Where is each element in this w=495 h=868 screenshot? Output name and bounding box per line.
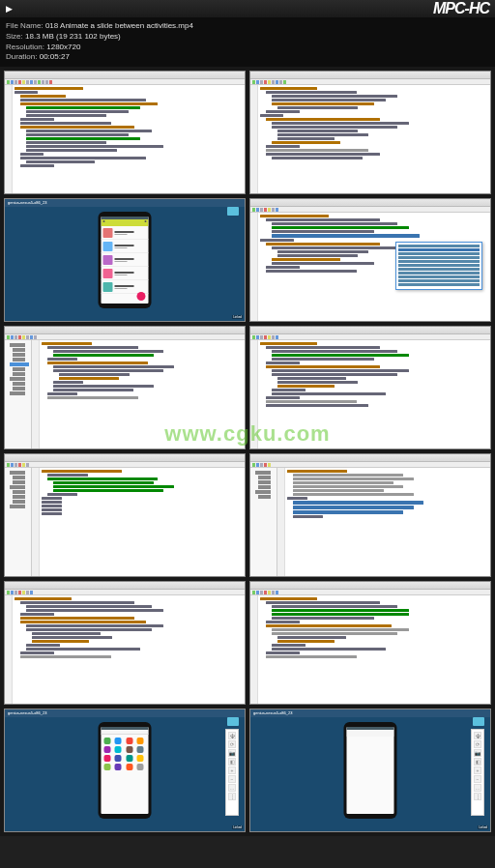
phone-frame bbox=[99, 212, 152, 308]
app-logo: MPC-HC bbox=[433, 0, 489, 17]
app-icon[interactable] bbox=[115, 746, 122, 753]
value-size: 18.3 MB (19 231 102 bytes) bbox=[25, 32, 121, 41]
thumbnail[interactable]: genius-nexus5-x86_23 ⏻⟳📷◧+−…⋮ Linked bbox=[4, 709, 246, 832]
label-duration: Duration: bbox=[6, 52, 37, 61]
app-icon[interactable] bbox=[126, 746, 132, 753]
thumbnail[interactable] bbox=[4, 453, 246, 577]
app-icon[interactable] bbox=[126, 755, 132, 762]
emulator-control-button[interactable]: ⋮ bbox=[474, 793, 481, 800]
emulator-control-button[interactable]: … bbox=[474, 784, 481, 792]
thumbnail[interactable] bbox=[4, 326, 246, 449]
app-bar[interactable] bbox=[102, 219, 149, 226]
emulator-control-button[interactable]: + bbox=[474, 767, 481, 774]
folder-icon bbox=[227, 717, 239, 726]
thumbnail[interactable] bbox=[249, 326, 491, 449]
thumbnail[interactable] bbox=[249, 71, 491, 194]
thumbnail[interactable]: genius-nexus5-x86_23 ⏻⟳📷◧+−…⋮ Linked bbox=[249, 709, 491, 832]
linkedin-tag: Linked bbox=[232, 825, 243, 829]
autocomplete-popup[interactable] bbox=[395, 242, 482, 290]
emulator-control-button[interactable]: ⏻ bbox=[228, 732, 236, 739]
code-editor[interactable] bbox=[250, 85, 490, 193]
device-title: genius-nexus5-x86_23 bbox=[5, 199, 245, 207]
app-icon[interactable] bbox=[115, 755, 122, 762]
app-icon[interactable] bbox=[104, 738, 111, 744]
app-icon[interactable] bbox=[104, 755, 111, 762]
code-editor[interactable] bbox=[5, 85, 245, 193]
code-editor[interactable] bbox=[32, 468, 245, 576]
emulator-side-panel[interactable]: ⏻⟳📷◧+−…⋮ bbox=[225, 729, 239, 816]
emulator-control-button[interactable]: + bbox=[228, 767, 236, 774]
thumbnail-grid: genius-nexus5-x86_23 Linked bbox=[0, 67, 495, 836]
emulator-control-button[interactable]: − bbox=[228, 775, 236, 783]
phone-frame bbox=[99, 722, 152, 819]
player-titlebar[interactable]: ▶ MPC-HC bbox=[0, 0, 495, 17]
phone-screen[interactable] bbox=[347, 727, 394, 814]
app-drawer[interactable] bbox=[102, 735, 149, 773]
linkedin-tag: Linked bbox=[478, 825, 488, 829]
emulator-control-button[interactable]: ⏻ bbox=[474, 732, 481, 739]
code-editor[interactable] bbox=[277, 468, 490, 576]
project-tree[interactable] bbox=[250, 468, 277, 576]
app-icon[interactable] bbox=[136, 755, 143, 762]
device-title: genius-nexus5-x86_23 bbox=[5, 709, 245, 717]
app-icon[interactable] bbox=[115, 738, 122, 744]
folder-icon bbox=[473, 717, 484, 726]
thumbnail[interactable] bbox=[4, 581, 246, 705]
label-filename: File Name: bbox=[6, 21, 44, 30]
file-info-block: File Name: 018 Animate a slide between a… bbox=[0, 17, 495, 67]
app-icon[interactable] bbox=[136, 764, 143, 770]
phone-screen[interactable] bbox=[102, 217, 149, 304]
app-icon[interactable] bbox=[115, 764, 122, 770]
thumbnail[interactable] bbox=[4, 71, 246, 194]
app-icon[interactable] bbox=[104, 746, 111, 753]
emulator-control-button[interactable]: ◧ bbox=[228, 758, 236, 766]
emulator-control-button[interactable]: 📷 bbox=[474, 749, 481, 757]
app-icon[interactable] bbox=[126, 738, 132, 744]
code-editor[interactable] bbox=[5, 595, 245, 704]
code-editor[interactable] bbox=[250, 340, 490, 448]
thumbnail[interactable]: genius-nexus5-x86_23 Linked bbox=[4, 198, 246, 322]
value-resolution: 1280x720 bbox=[46, 43, 80, 51]
device-title: genius-nexus5-x86_23 bbox=[250, 709, 490, 717]
phone-screen[interactable] bbox=[102, 727, 149, 814]
value-duration: 00:05:27 bbox=[40, 52, 70, 61]
emulator-control-button[interactable]: ⟳ bbox=[474, 740, 481, 748]
emulator-control-button[interactable]: 📷 bbox=[228, 749, 236, 757]
project-tree[interactable] bbox=[5, 468, 32, 576]
value-filename: 018 Animate a slide between activities.m… bbox=[45, 21, 193, 30]
emulator-control-button[interactable]: ◧ bbox=[474, 758, 481, 766]
app-icon[interactable] bbox=[104, 764, 111, 770]
thumbnail[interactable] bbox=[249, 581, 491, 705]
emulator-side-panel[interactable]: ⏻⟳📷◧+−…⋮ bbox=[471, 729, 484, 816]
code-editor[interactable] bbox=[250, 213, 490, 321]
thumbnail[interactable] bbox=[249, 198, 491, 322]
code-editor[interactable] bbox=[250, 595, 490, 704]
app-icon: ▶ bbox=[6, 4, 13, 14]
folder-icon bbox=[227, 207, 239, 216]
emulator-control-button[interactable]: … bbox=[228, 784, 236, 792]
emulator-control-button[interactable]: − bbox=[474, 775, 481, 783]
fab-button[interactable] bbox=[137, 292, 146, 301]
thumbnail[interactable] bbox=[249, 453, 491, 577]
label-resolution: Resolution: bbox=[6, 43, 44, 51]
emulator-control-button[interactable]: ⟳ bbox=[228, 740, 236, 748]
phone-frame bbox=[344, 722, 397, 819]
app-icon[interactable] bbox=[136, 738, 143, 744]
code-editor[interactable] bbox=[32, 340, 245, 448]
project-tree[interactable] bbox=[5, 340, 32, 448]
app-icon[interactable] bbox=[136, 746, 143, 753]
app-icon[interactable] bbox=[126, 764, 132, 770]
emulator-control-button[interactable]: ⋮ bbox=[228, 793, 236, 800]
linkedin-tag: Linked bbox=[232, 315, 243, 319]
label-size: Size: bbox=[6, 32, 23, 41]
